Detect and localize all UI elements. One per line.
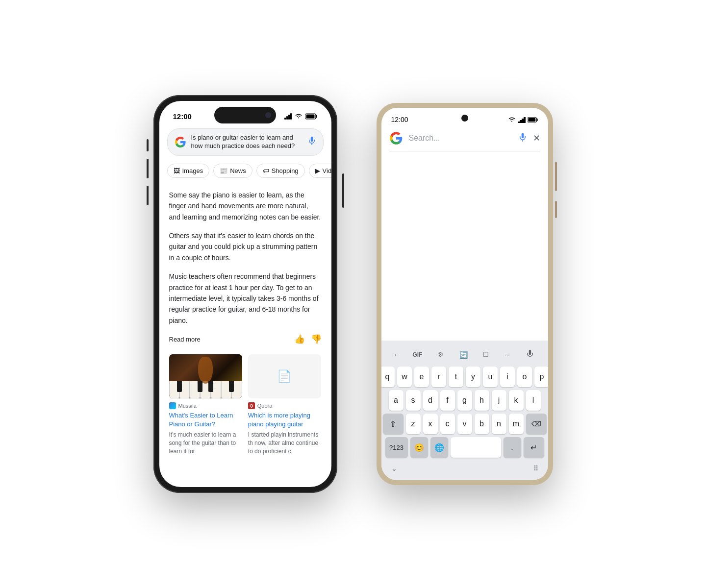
key-space[interactable]	[451, 437, 501, 458]
shopping-tab-label: Shopping	[272, 167, 299, 174]
news-tab-label: News	[230, 167, 246, 174]
iphone-camera	[265, 112, 271, 118]
videos-tab-label: Vide	[323, 167, 331, 174]
iphone-device: 12:00	[153, 95, 337, 493]
key-v[interactable]: v	[457, 414, 472, 434]
android-divider	[389, 151, 540, 151]
android-close-icon[interactable]: ✕	[533, 133, 540, 144]
keyboard-back-icon[interactable]: ‹	[391, 349, 401, 360]
keyboard-collapse-icon[interactable]: ⌄	[391, 465, 397, 472]
key-s[interactable]: s	[406, 390, 421, 411]
tab-news[interactable]: 📰 News	[213, 164, 252, 178]
mussila-favicon	[169, 402, 176, 409]
iphone-vol-down-button	[147, 186, 149, 205]
search-results-content: Some say the piano is easier to learn, a…	[159, 182, 331, 464]
article-card-1-snippet: It's much easier to learn a song for the…	[169, 431, 242, 455]
article-card-2[interactable]: 📄 Q Quora Which is more playing piano pl…	[248, 354, 321, 456]
key-g[interactable]: g	[457, 390, 472, 411]
key-numbers[interactable]: ?123	[385, 437, 408, 458]
article-card-1-title: What's Easier to Learn Piano or Guitar?	[169, 411, 242, 429]
key-p[interactable]: p	[534, 367, 548, 387]
keyboard-translate-icon[interactable]: 🔄	[455, 349, 472, 361]
key-q[interactable]: q	[381, 367, 395, 387]
svg-rect-2	[306, 114, 314, 118]
google-logo	[175, 136, 186, 148]
tab-images[interactable]: 🖼 Images	[167, 164, 210, 178]
shopping-tab-icon: 🏷	[263, 167, 269, 174]
key-u[interactable]: u	[483, 367, 498, 387]
svg-marker-4	[524, 117, 526, 123]
article-card-2-title: Which is more playing piano playing guit…	[248, 411, 321, 429]
key-n[interactable]: n	[492, 414, 506, 434]
key-m[interactable]: m	[509, 414, 524, 434]
key-backspace[interactable]: ⌫	[526, 414, 547, 434]
tab-videos[interactable]: ▶ Vide	[309, 164, 331, 178]
article-card-1[interactable]: Mussila What's Easier to Learn Piano or …	[169, 354, 242, 456]
keyboard-bottom-indicators: ⌄ ⠿	[383, 461, 546, 472]
android-keyboard[interactable]: ‹ GIF ⚙ 🔄 ☐ ··· q w	[381, 341, 548, 480]
tab-shopping[interactable]: 🏷 Shopping	[256, 164, 305, 178]
article-card-2-source: Q Quora	[248, 402, 321, 409]
key-k[interactable]: k	[509, 390, 524, 411]
android-mic-icon[interactable]	[518, 133, 527, 144]
article-card-1-image	[169, 354, 242, 398]
svg-marker-5	[522, 119, 524, 123]
key-d[interactable]: d	[423, 390, 438, 411]
iphone-time: 12:00	[173, 112, 192, 121]
keyboard-layout-icon[interactable]: ⠿	[533, 465, 538, 472]
key-enter[interactable]: ↵	[524, 437, 544, 458]
svg-rect-1	[316, 115, 317, 118]
article-card-2-source-text: Quora	[257, 403, 273, 409]
result-paragraph-1: Some say the piano is easier to learn, a…	[169, 190, 322, 222]
article-card-2-image: 📄	[248, 354, 321, 398]
android-screen: 12:00	[381, 108, 548, 480]
key-w[interactable]: w	[397, 367, 412, 387]
iphone-screen: 12:00	[159, 101, 331, 487]
key-l[interactable]: l	[526, 390, 541, 411]
key-t[interactable]: t	[449, 367, 463, 387]
thumbs-up-icon[interactable]: 👍	[294, 334, 305, 344]
keyboard-clipboard-icon[interactable]: ☐	[479, 349, 493, 360]
keyboard-voice-icon[interactable]	[522, 347, 538, 362]
key-i[interactable]: i	[500, 367, 515, 387]
iphone-silent-switch	[147, 139, 149, 151]
keyboard-more-icon[interactable]: ···	[501, 349, 514, 360]
key-z[interactable]: z	[406, 414, 421, 434]
videos-tab-icon: ▶	[315, 167, 320, 174]
key-y[interactable]: y	[466, 367, 480, 387]
keyboard-settings-icon[interactable]: ⚙	[434, 349, 448, 360]
iphone-search-bar[interactable]: Is piano or guitar easier to learn and h…	[167, 128, 324, 156]
key-emoji[interactable]: 😊	[410, 437, 428, 458]
read-more-link[interactable]: Read more	[169, 336, 201, 343]
key-x[interactable]: x	[423, 414, 438, 434]
key-h[interactable]: h	[475, 390, 489, 411]
images-tab-label: Images	[182, 167, 203, 174]
thumbs-down-icon[interactable]: 👎	[311, 334, 322, 344]
key-r[interactable]: r	[431, 367, 446, 387]
key-b[interactable]: b	[475, 414, 489, 434]
news-tab-icon: 📰	[220, 167, 227, 174]
article-card-1-source-text: Mussila	[178, 403, 197, 409]
key-period[interactable]: .	[504, 437, 521, 458]
voice-search-icon[interactable]	[307, 136, 316, 147]
article-card-2-snippet: I started playin instruments th now, aft…	[248, 431, 321, 455]
android-search-row: Search... ✕	[381, 129, 548, 151]
key-e[interactable]: e	[414, 367, 429, 387]
key-c[interactable]: c	[440, 414, 455, 434]
key-globe[interactable]: 🌐	[430, 437, 448, 458]
android-content-area	[381, 155, 548, 302]
result-paragraph-3: Music teachers often recommend that begi…	[169, 271, 322, 326]
key-shift[interactable]: ⇧	[383, 414, 403, 434]
key-o[interactable]: o	[517, 367, 532, 387]
keyboard-gif-button[interactable]: GIF	[408, 349, 426, 360]
wifi-icon	[295, 113, 303, 119]
keyboard-row-2: a s d f g h j k l	[383, 390, 546, 411]
key-j[interactable]: j	[492, 390, 506, 411]
android-search-box[interactable]: Search... ✕	[409, 133, 540, 144]
android-search-action-icons: ✕	[518, 133, 540, 144]
iphone-notch	[214, 107, 276, 123]
keyboard-row-1: q w e r t y u i o p	[383, 367, 546, 387]
article-card-2-placeholder: 📄	[277, 369, 292, 383]
key-f[interactable]: f	[440, 390, 455, 411]
key-a[interactable]: a	[389, 390, 403, 411]
